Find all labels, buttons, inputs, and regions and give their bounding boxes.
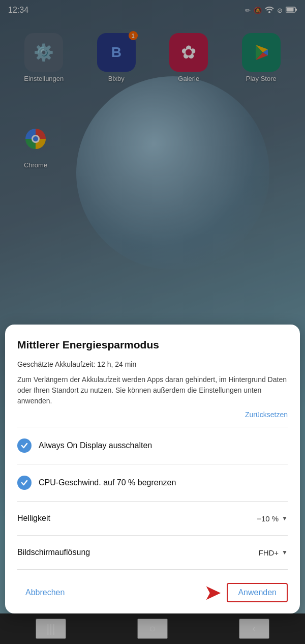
brightness-value: −10 % [257,514,279,523]
divider-1 [17,427,288,427]
divider-3 [17,501,288,502]
brightness-value-wrap: −10 % ▼ [257,514,288,523]
setting-row-resolution[interactable]: Bildschirmauflösung FHD+ ▼ [17,541,288,564]
apply-button[interactable]: Anwenden [227,583,288,602]
apply-wrap: ➤ Anwenden [204,582,288,603]
checkbox-cpu-label: CPU-Geschwind. auf 70 % begrenzen [39,478,176,487]
dialog-title: Mittlerer Energiesparmodus [17,339,288,351]
cancel-button[interactable]: Abbrechen [17,584,73,601]
checkbox-row-cpu[interactable]: CPU-Geschwind. auf 70 % begrenzen [17,470,288,496]
brightness-dropdown-arrow: ▼ [282,515,288,522]
divider-4 [17,535,288,536]
divider-2 [17,464,288,464]
checkbox-cpu-check [17,476,32,490]
resolution-label: Bildschirmauflösung [17,548,90,557]
dialog-reset-button[interactable]: Zurücksetzen [17,411,288,419]
setting-row-brightness[interactable]: Helligkeit −10 % ▼ [17,507,288,530]
resolution-dropdown-arrow: ▼ [282,549,288,556]
dialog-buttons: Abbrechen ➤ Anwenden [17,578,288,603]
dialog-body: Zum Verlängern der Akkulaufzeit werden A… [17,374,288,406]
checkbox-aod-check [17,438,32,453]
resolution-value-wrap: FHD+ ▼ [259,548,288,557]
brightness-label: Helligkeit [17,514,50,523]
checkbox-row-aod[interactable]: Always On Display ausschalten [17,432,288,459]
divider-5 [17,569,288,570]
dialog: Mittlerer Energiesparmodus Geschätzte Ak… [5,325,300,613]
dialog-subtitle: Geschätzte Akkulaufzeit: 12 h, 24 min [17,360,288,368]
checkbox-aod-label: Always On Display ausschalten [39,441,152,450]
resolution-value: FHD+ [259,548,279,557]
arrow-right-icon: ➤ [204,582,222,603]
